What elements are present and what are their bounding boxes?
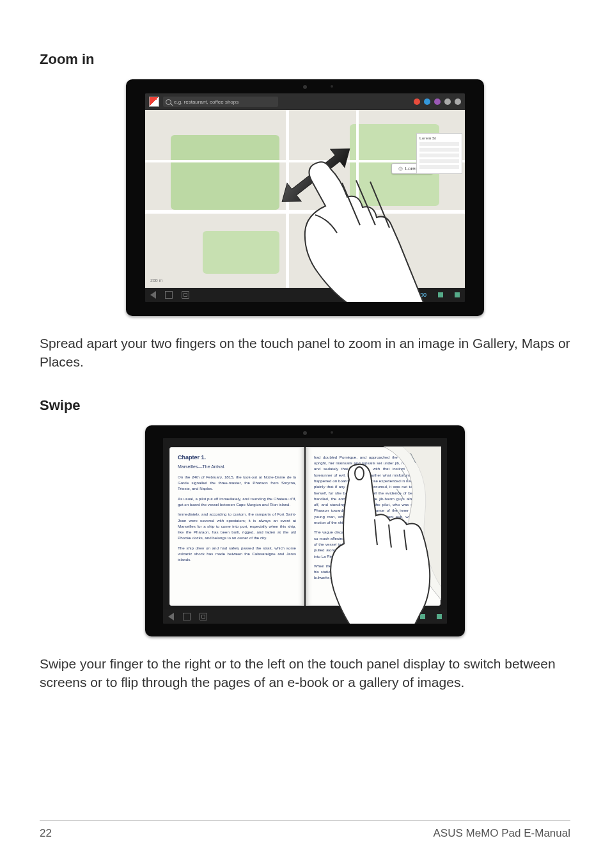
ebook-right-page: had doubled Pomègue, and approached the … bbox=[306, 447, 441, 606]
status-clock: 12:00 bbox=[412, 292, 426, 298]
sensor-dot bbox=[331, 431, 333, 434]
toolbar-dot-icon[interactable] bbox=[424, 99, 430, 105]
ebook-reader-view[interactable]: Chapter 1. Marseilles—The Arrival. On th… bbox=[163, 438, 447, 610]
back-icon[interactable] bbox=[168, 613, 174, 620]
map-scale-label: 200 m bbox=[150, 278, 162, 283]
swipe-description: Swipe your finger to the right or to the… bbox=[40, 654, 570, 692]
paragraph: The ship drew on and had safely passed t… bbox=[178, 545, 296, 563]
sensor-dot bbox=[331, 85, 333, 88]
map-search-field[interactable]: e.g. restaurant, coffee shops bbox=[163, 97, 278, 107]
battery-icon bbox=[437, 614, 442, 619]
tablet-mockup-ebook: Chapter 1. Marseilles—The Arrival. On th… bbox=[145, 425, 465, 636]
paragraph: As usual, a pilot put off immediately, a… bbox=[178, 496, 296, 508]
swipe-heading: Swipe bbox=[40, 397, 570, 414]
map-side-panel[interactable]: Lorem St bbox=[416, 133, 462, 174]
recents-icon[interactable] bbox=[199, 613, 207, 620]
system-nav-bar: 12:00 bbox=[145, 288, 465, 302]
sidepanel-title: Lorem St bbox=[419, 136, 459, 140]
chapter-title: Chapter 1. bbox=[178, 454, 296, 461]
toolbar-dot-icon[interactable] bbox=[434, 99, 441, 105]
camera-dot bbox=[303, 85, 307, 89]
page-number: 22 bbox=[40, 827, 52, 840]
tablet-mockup-map: e.g. restaurant, coffee shops ◎Lorem St bbox=[126, 79, 484, 316]
map-canvas[interactable]: ◎Lorem St Lorem St 200 m bbox=[145, 110, 465, 288]
zoom-description: Spread apart your two fingers on the tou… bbox=[40, 334, 570, 372]
tablet-screen: Chapter 1. Marseilles—The Arrival. On th… bbox=[163, 438, 447, 624]
search-placeholder: e.g. restaurant, coffee shops bbox=[174, 99, 239, 105]
paragraph: Immediately, and according to custom, th… bbox=[178, 511, 296, 541]
page-footer: 22 ASUS MeMO Pad E-Manual bbox=[40, 820, 570, 840]
home-icon[interactable] bbox=[165, 291, 173, 299]
zoom-in-heading: Zoom in bbox=[40, 51, 570, 68]
home-icon[interactable] bbox=[183, 613, 191, 620]
paragraph: had doubled Pomègue, and approached the … bbox=[314, 454, 432, 526]
toolbar-dot-icon[interactable] bbox=[414, 99, 420, 105]
wifi-icon bbox=[438, 292, 443, 297]
paragraph: On the 24th of February, 1815, the look-… bbox=[178, 474, 296, 492]
paragraph: When the young man on board saw this per… bbox=[314, 563, 432, 581]
zoom-figure: e.g. restaurant, coffee shops ◎Lorem St bbox=[40, 79, 570, 316]
map-toolbar: e.g. restaurant, coffee shops bbox=[145, 93, 465, 110]
camera-dot bbox=[303, 431, 307, 435]
battery-icon bbox=[455, 292, 460, 297]
back-icon[interactable] bbox=[150, 291, 156, 299]
toolbar-dot-icon[interactable] bbox=[444, 99, 451, 105]
ebook-left-page: Chapter 1. Marseilles—The Arrival. On th… bbox=[169, 447, 304, 606]
paragraph: The vague disquietude which prevailed am… bbox=[314, 529, 432, 558]
search-icon bbox=[166, 99, 171, 105]
recents-icon[interactable] bbox=[182, 291, 189, 299]
wifi-icon bbox=[420, 614, 425, 619]
swipe-figure: Chapter 1. Marseilles—The Arrival. On th… bbox=[40, 425, 570, 636]
chapter-subtitle: Marseilles—The Arrival. bbox=[178, 464, 296, 469]
toolbar-overflow-icon[interactable] bbox=[455, 99, 461, 105]
maps-app-icon[interactable] bbox=[149, 97, 159, 107]
manual-title: ASUS MeMO Pad E-Manual bbox=[434, 827, 570, 840]
tablet-screen: e.g. restaurant, coffee shops ◎Lorem St bbox=[145, 93, 465, 302]
system-nav-bar bbox=[163, 610, 447, 624]
document-page: Zoom in e.g. restaurant, coffee shops bbox=[0, 0, 610, 868]
